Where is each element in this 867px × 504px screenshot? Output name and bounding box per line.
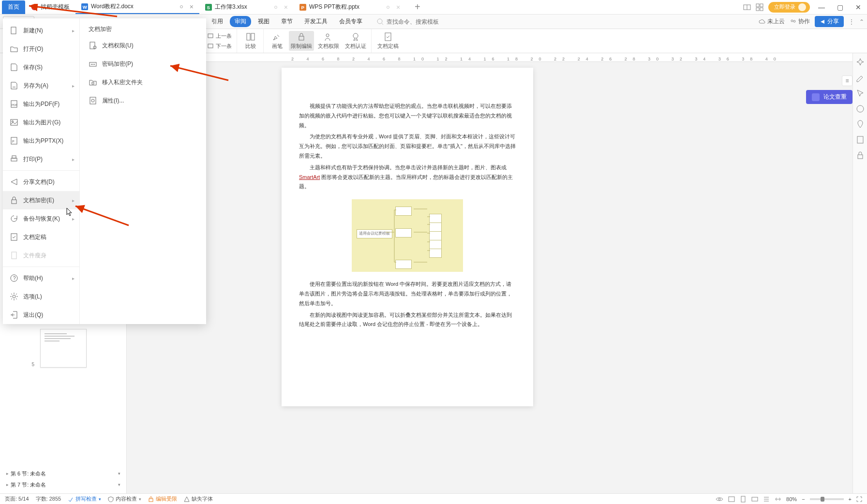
layout-grid1-icon[interactable] xyxy=(743,3,751,11)
sidebar-lock-icon[interactable] xyxy=(856,151,865,160)
tab-spreadsheet[interactable]: S 工作簿3.xlsx × xyxy=(199,0,294,14)
status-missing-font[interactable]: 缺失字体 xyxy=(184,495,213,503)
rtab-view[interactable]: 视图 xyxy=(253,16,274,27)
minimize-button[interactable]: — xyxy=(815,3,828,11)
svg-point-34 xyxy=(326,34,329,37)
login-button[interactable]: 立即登录 xyxy=(768,2,810,13)
fit-width-icon[interactable] xyxy=(775,496,781,503)
status-content-check[interactable]: 内容检查▾ xyxy=(108,495,141,503)
view-eye-icon[interactable] xyxy=(716,496,723,502)
tab-home[interactable]: 首页 xyxy=(2,0,25,14)
doc-cert-button[interactable]: 文档认证 xyxy=(343,31,368,51)
fullscreen-icon[interactable] xyxy=(856,496,862,502)
menu-export-image[interactable]: 输出为图片(G) xyxy=(3,113,79,132)
chevron-right-icon: ▸ xyxy=(72,276,75,281)
menu-backup[interactable]: 备份与恢复(K)▸ xyxy=(3,209,79,228)
menu-saveas[interactable]: 另存为(A)▸ xyxy=(3,76,79,95)
doc-permission-button[interactable]: 文档权限 xyxy=(316,31,341,51)
status-edit-restrict[interactable]: 编辑受限 xyxy=(148,495,177,503)
status-page[interactable]: 页面: 5/14 xyxy=(5,495,29,503)
zoom-in-button[interactable]: + xyxy=(849,496,852,502)
new-tab-button[interactable]: + xyxy=(415,1,420,13)
final-button[interactable]: 文档定稿 xyxy=(375,31,401,51)
menu-options[interactable]: 选项(L) xyxy=(3,287,79,306)
search-input[interactable] xyxy=(387,18,454,25)
menu-share[interactable]: 分享文档(D) xyxy=(3,173,79,191)
outline-section-7[interactable]: ▸第 7 节: 未命名 ▾ xyxy=(3,479,123,490)
menu-new[interactable]: 新建(N)▸ xyxy=(3,21,79,40)
outline-toggle-icon[interactable]: ≡ xyxy=(842,75,852,86)
para-1: 视频提供了功能强大的方法帮助您证明您的观点。当您单击联机视频时，可以在想要添加的… xyxy=(299,102,516,130)
sidebar-book-icon[interactable] xyxy=(856,135,865,144)
compare-button[interactable]: 比较 xyxy=(241,31,260,51)
zoom-slider[interactable] xyxy=(810,498,844,500)
tab-ppt[interactable]: P WPS PPT教程.pptx × xyxy=(294,0,406,14)
rtab-dev[interactable]: 开发工具 xyxy=(299,16,332,27)
collapse-ribbon-icon[interactable]: ⌃ xyxy=(859,18,864,25)
chevron-down-icon[interactable]: ▾ xyxy=(118,471,120,476)
cloud-status[interactable]: 未上云 xyxy=(759,17,785,26)
menu-save[interactable]: 保存(S) xyxy=(3,58,79,76)
plagiarism-check-chip[interactable]: 论文查重 xyxy=(806,90,852,104)
prev-change-button[interactable]: 上一条 xyxy=(205,31,234,41)
status-words[interactable]: 字数: 2855 xyxy=(36,495,61,503)
more-icon[interactable]: ⋮ xyxy=(849,18,854,25)
menu-open[interactable]: 打开(O) xyxy=(3,40,79,58)
rtab-member[interactable]: 会员专享 xyxy=(334,16,367,27)
svg-rect-62 xyxy=(90,97,96,104)
document-page[interactable]: 视频提供了功能强大的方法帮助您证明您的观点。当您单击联机视频时，可以在想要添加的… xyxy=(282,68,533,406)
menu-finalize[interactable]: 文档定稿 xyxy=(3,228,79,246)
ink-button[interactable]: 画笔 xyxy=(268,31,287,51)
ppt-icon: P xyxy=(299,4,306,11)
svg-rect-12 xyxy=(760,8,763,11)
zoom-out-button[interactable]: − xyxy=(802,496,805,502)
sidebar-pencil-icon[interactable] xyxy=(856,74,865,82)
embedded-figure: 通用会议纪要模板 xyxy=(352,199,463,272)
tab-template-search[interactable]: 找稻壳模板 xyxy=(25,0,75,14)
maximize-button[interactable]: ▢ xyxy=(833,3,847,11)
menu-encrypt[interactable]: 文档加密(E)▸ xyxy=(3,191,79,209)
menu-print[interactable]: 打印(P)▸ xyxy=(3,150,79,168)
smartart-link[interactable]: SmartArt xyxy=(299,174,320,180)
cloud-icon xyxy=(759,18,765,25)
sidebar-palette-icon[interactable] xyxy=(856,104,865,113)
coop-button[interactable]: 协作 xyxy=(790,17,810,26)
menu-export-pdf[interactable]: PDF输出为PDF(F) xyxy=(3,95,79,113)
status-spellcheck[interactable]: 拼写检查▾ xyxy=(68,495,101,503)
submenu-properties[interactable]: 属性(I)... xyxy=(82,91,204,110)
page-thumbnail[interactable]: 5 xyxy=(40,329,87,368)
next-change-button[interactable]: 下一条 xyxy=(205,42,234,51)
view-read-icon[interactable] xyxy=(728,496,735,503)
share-icon xyxy=(10,178,18,186)
view-outline-icon[interactable] xyxy=(763,496,770,503)
sidebar-ai-icon[interactable] xyxy=(856,58,865,67)
menu-help[interactable]: ?帮助(H)▸ xyxy=(3,269,79,287)
close-icon[interactable]: × xyxy=(396,3,400,11)
svg-point-37 xyxy=(857,105,864,112)
tab-word-doc[interactable]: W Word教程2.docx × xyxy=(75,0,199,14)
submenu-move-private[interactable]: 移入私密文件夹 xyxy=(82,73,204,91)
close-icon[interactable]: × xyxy=(190,3,194,11)
menu-export-pptx[interactable]: P输出为PPTX(X) xyxy=(3,132,79,150)
menu-exit[interactable]: 退出(Q) xyxy=(3,306,79,324)
submenu-password[interactable]: 密码加密(P) xyxy=(82,55,204,73)
chevron-down-icon[interactable]: ▾ xyxy=(118,482,120,487)
rtab-review[interactable]: 审阅 xyxy=(230,16,251,27)
submenu-doc-permission[interactable]: 文档权限(U) xyxy=(82,36,204,55)
rtab-refs[interactable]: 引用 xyxy=(207,16,228,27)
view-page-icon[interactable] xyxy=(740,496,747,503)
zoom-percent[interactable]: 80% xyxy=(786,496,797,502)
rtab-chapter[interactable]: 章节 xyxy=(276,16,298,27)
view-web-icon[interactable] xyxy=(751,496,758,503)
outline-section-6[interactable]: ▸第 6 节: 未命名 ▾ xyxy=(3,468,123,479)
command-search[interactable] xyxy=(377,18,454,25)
sidebar-marker-icon[interactable] xyxy=(856,120,865,129)
layout-grid2-icon[interactable] xyxy=(756,3,763,11)
chevron-right-icon: ▸ xyxy=(72,83,75,89)
para-2: 为使您的文档具有专业外观，Word 提供了页眉、页脚、封面和文本框设计，这些设计… xyxy=(299,132,516,161)
share-button[interactable]: 分享 xyxy=(815,16,844,27)
close-icon[interactable]: × xyxy=(284,3,288,11)
sidebar-cursor-icon[interactable] xyxy=(856,89,865,98)
restrict-edit-button[interactable]: 限制编辑 xyxy=(289,31,314,51)
close-window-button[interactable]: ✕ xyxy=(852,3,865,11)
